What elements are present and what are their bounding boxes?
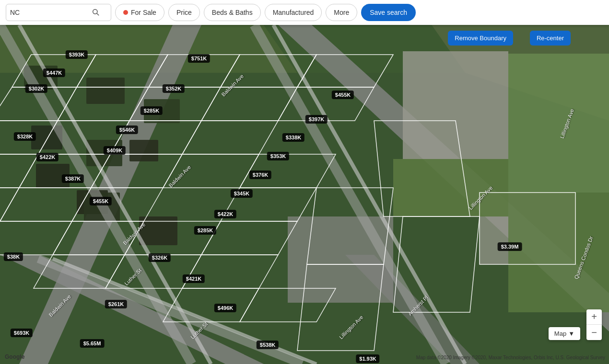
- svg-line-29: [254, 25, 446, 364]
- price-marker[interactable]: $285K: [141, 106, 163, 115]
- svg-marker-54: [0, 188, 91, 221]
- svg-marker-62: [240, 288, 336, 322]
- price-marker[interactable]: $693K: [11, 329, 33, 337]
- price-button[interactable]: Price: [168, 4, 200, 21]
- svg-marker-34: [77, 55, 168, 87]
- remove-boundary-button[interactable]: Remove Boundary: [448, 31, 513, 46]
- for-sale-label: For Sale: [131, 9, 156, 16]
- svg-rect-18: [86, 78, 125, 104]
- svg-marker-5: [264, 25, 465, 73]
- map-container[interactable]: $751K$393K$447K$302K$352K$285K$455K$397K…: [0, 25, 609, 364]
- price-marker[interactable]: $393K: [66, 50, 88, 59]
- price-marker[interactable]: $409K: [104, 146, 126, 155]
- search-icon: [92, 8, 99, 17]
- price-label: Price: [176, 9, 192, 16]
- for-sale-button[interactable]: For Sale: [115, 4, 164, 21]
- svg-marker-46: [182, 121, 278, 154]
- svg-marker-9: [278, 25, 609, 331]
- price-marker[interactable]: $455K: [332, 91, 354, 99]
- svg-marker-66: [374, 121, 470, 216]
- google-branding: Google: [5, 353, 24, 360]
- map-type-chevron-icon: ▼: [568, 330, 574, 337]
- map-type-label: Map: [554, 330, 566, 337]
- search-input[interactable]: [10, 9, 92, 16]
- price-marker[interactable]: $38K: [4, 252, 23, 261]
- map-overlay-svg: [0, 25, 609, 364]
- svg-marker-48: [0, 154, 38, 188]
- price-marker[interactable]: $447K: [43, 68, 65, 77]
- re-center-button[interactable]: Re-center: [530, 31, 571, 46]
- price-marker[interactable]: $326K: [149, 253, 171, 262]
- svg-marker-67: [307, 188, 393, 264]
- map-background: [0, 25, 609, 364]
- more-label: More: [334, 9, 349, 16]
- price-marker[interactable]: $285K: [194, 226, 216, 235]
- svg-line-30: [273, 25, 465, 364]
- zoom-controls: + −: [586, 309, 602, 340]
- price-marker[interactable]: $338K: [282, 133, 304, 142]
- search-box[interactable]: [6, 4, 111, 21]
- save-search-button[interactable]: Save search: [361, 4, 416, 21]
- price-marker[interactable]: $352K: [163, 84, 185, 93]
- zoom-out-button[interactable]: −: [586, 325, 602, 340]
- price-marker[interactable]: $261K: [105, 300, 127, 308]
- svg-marker-12: [480, 193, 575, 264]
- beds-baths-label: Beds & Baths: [212, 9, 253, 16]
- svg-rect-22: [129, 140, 158, 161]
- price-marker[interactable]: $397K: [305, 115, 328, 124]
- zoom-in-button[interactable]: +: [586, 309, 602, 325]
- svg-marker-59: [0, 221, 72, 255]
- price-marker[interactable]: $546K: [116, 125, 138, 134]
- svg-rect-26: [139, 216, 177, 245]
- price-marker[interactable]: $376K: [249, 171, 271, 179]
- beds-baths-button[interactable]: Beds & Baths: [204, 4, 261, 21]
- svg-marker-16: [508, 193, 609, 312]
- svg-rect-3: [0, 25, 609, 364]
- price-marker[interactable]: $345K: [231, 189, 253, 198]
- price-marker[interactable]: $421K: [183, 274, 205, 283]
- svg-marker-63: [34, 255, 125, 288]
- price-marker[interactable]: $387K: [62, 174, 84, 183]
- price-marker[interactable]: $328K: [14, 132, 36, 141]
- svg-marker-57: [201, 221, 297, 255]
- map-attribution: Map data ©2020 Imagery ©2020, Maxar Tech…: [416, 355, 605, 360]
- svg-line-27: [0, 25, 192, 364]
- svg-marker-41: [201, 87, 297, 121]
- svg-marker-11: [403, 51, 508, 159]
- price-marker[interactable]: $302K: [25, 84, 47, 93]
- svg-marker-65: [163, 288, 259, 322]
- price-marker[interactable]: $496K: [214, 304, 236, 312]
- price-marker[interactable]: $3.39M: [498, 242, 522, 251]
- manufactured-label: Manufactured: [273, 9, 314, 16]
- price-marker[interactable]: $422K: [214, 210, 236, 218]
- price-marker[interactable]: $538K: [257, 341, 279, 349]
- top-bar: For Sale Price Beds & Baths Manufactured…: [0, 0, 609, 25]
- svg-marker-15: [508, 54, 609, 193]
- price-marker[interactable]: $422K: [36, 153, 59, 161]
- svg-marker-51: [163, 154, 259, 188]
- svg-marker-61: [182, 255, 278, 288]
- svg-marker-53: [0, 188, 19, 221]
- svg-marker-55: [72, 188, 163, 221]
- price-marker[interactable]: $5.65M: [80, 339, 105, 348]
- for-sale-dot: [123, 10, 128, 15]
- more-button[interactable]: More: [326, 4, 357, 21]
- svg-marker-13: [288, 216, 393, 303]
- price-marker[interactable]: $1.93K: [356, 354, 379, 363]
- price-marker[interactable]: $353K: [267, 152, 289, 160]
- svg-marker-70: [480, 193, 575, 264]
- manufactured-button[interactable]: Manufactured: [265, 4, 322, 21]
- price-marker[interactable]: $455K: [90, 197, 112, 205]
- svg-marker-4: [0, 25, 297, 73]
- svg-marker-69: [393, 216, 480, 312]
- svg-line-1: [97, 13, 99, 15]
- map-type-button[interactable]: Map ▼: [549, 327, 580, 340]
- price-marker[interactable]: $751K: [188, 54, 210, 63]
- svg-marker-39: [58, 87, 149, 121]
- svg-marker-37: [297, 55, 393, 87]
